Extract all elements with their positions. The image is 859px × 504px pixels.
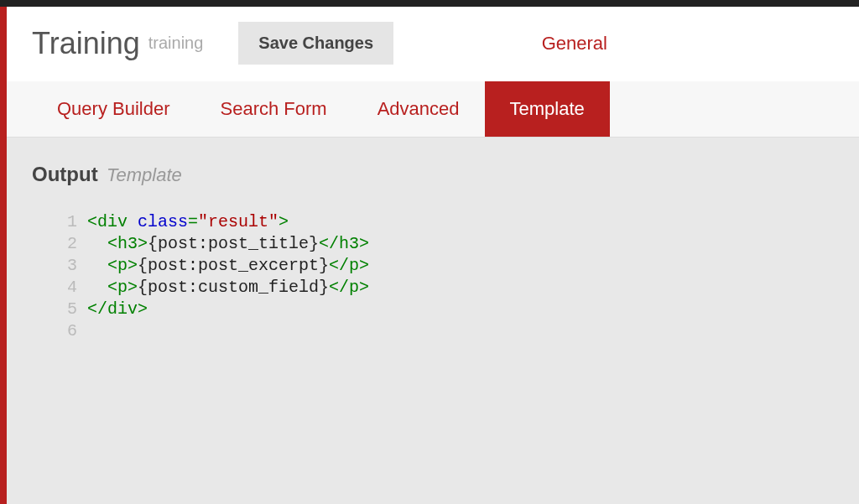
tab-advanced[interactable]: Advanced: [352, 81, 485, 137]
content-area: Output Template 1<div class="result">2 <…: [7, 138, 859, 367]
line-number: 1: [57, 211, 77, 233]
tabs-bar: Query Builder Search Form Advanced Templ…: [7, 81, 859, 138]
code-content: </div>: [87, 299, 148, 320]
tab-template[interactable]: Template: [485, 81, 610, 137]
line-number: 2: [57, 233, 77, 255]
code-line: 6: [57, 320, 834, 342]
header: Training training Save Changes General: [7, 7, 859, 81]
tab-query-builder[interactable]: Query Builder: [32, 81, 195, 137]
main-container: Training training Save Changes General Q…: [0, 7, 859, 504]
code-content: <p>{post:custom_field}</p>: [87, 277, 369, 299]
page-subtitle: training: [148, 34, 204, 53]
page-title: Training: [32, 26, 140, 61]
code-line: 2 <h3>{post:post_title}</h3>: [57, 233, 834, 255]
tab-search-form[interactable]: Search Form: [195, 81, 352, 137]
code-editor[interactable]: 1<div class="result">2 <h3>{post:post_ti…: [32, 211, 834, 342]
code-line: 1<div class="result">: [57, 211, 834, 233]
code-content: <h3>{post:post_title}</h3>: [87, 233, 369, 255]
line-number: 3: [57, 255, 77, 277]
general-link[interactable]: General: [542, 33, 607, 55]
code-line: 5</div>: [57, 299, 834, 320]
code-content: <p>{post:post_excerpt}</p>: [87, 255, 369, 277]
line-number: 4: [57, 277, 77, 299]
code-content: <div class="result">: [87, 211, 289, 233]
section-title: Output: [32, 163, 98, 185]
code-line: 4 <p>{post:custom_field}</p>: [57, 277, 834, 299]
save-changes-button[interactable]: Save Changes: [238, 22, 393, 65]
section-subtitle: Template: [107, 164, 182, 185]
code-line: 3 <p>{post:post_excerpt}</p>: [57, 255, 834, 277]
section-header: Output Template: [32, 163, 834, 186]
top-bar: [0, 0, 859, 7]
line-number: 6: [57, 320, 77, 342]
line-number: 5: [57, 299, 77, 320]
